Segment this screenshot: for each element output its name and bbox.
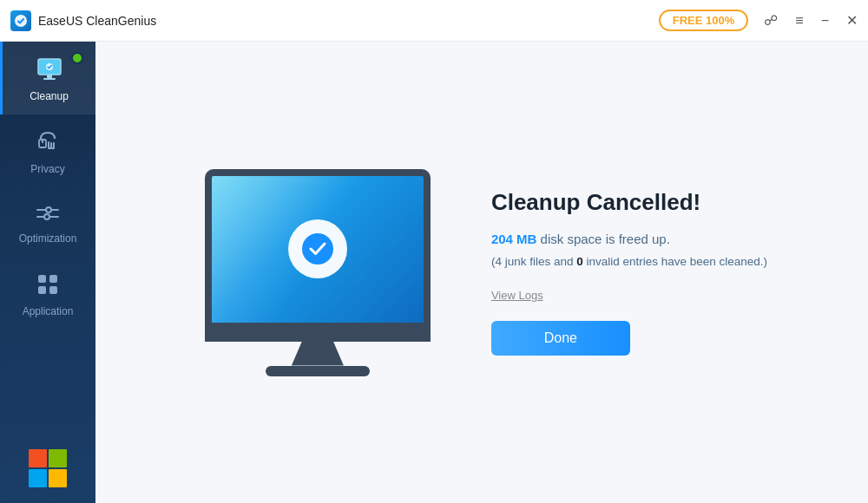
win11-badge[interactable]	[29, 449, 67, 487]
svg-rect-3	[43, 78, 56, 80]
privacy-icon	[36, 130, 59, 158]
done-button[interactable]: Done	[491, 321, 630, 356]
sidebar-label-optimization: Optimization	[19, 232, 77, 245]
free-badge[interactable]: FREE 100%	[659, 10, 749, 31]
svg-rect-10	[48, 147, 55, 149]
svg-rect-7	[48, 141, 49, 148]
title-bar: EaseUS CleanGenius FREE 100% ☍ ≡ − ✕	[0, 0, 868, 42]
svg-rect-9	[53, 142, 55, 148]
svg-rect-17	[38, 275, 46, 283]
monitor-screen	[205, 169, 431, 330]
svg-rect-8	[50, 142, 52, 148]
app-name: EaseUS CleanGenius	[38, 14, 659, 28]
result-text-panel: Cleanup Cancelled! 204 MB disk space is …	[491, 189, 767, 356]
cleanup-icon	[36, 57, 62, 85]
sidebar-item-application[interactable]: Application	[0, 257, 95, 330]
sidebar-label-application: Application	[23, 305, 74, 317]
svg-rect-6	[42, 140, 43, 143]
invalid-count: 0	[576, 255, 583, 268]
result-title: Cleanup Cancelled!	[491, 189, 767, 216]
view-logs-link[interactable]: View Logs	[491, 289, 543, 302]
svg-rect-19	[38, 286, 46, 294]
sidebar-label-cleanup: Cleanup	[30, 90, 69, 102]
result-container: Cleanup Cancelled! 204 MB disk space is …	[196, 169, 767, 376]
monitor-illustration	[196, 169, 439, 376]
svg-point-21	[302, 233, 333, 265]
monitor-base	[266, 366, 370, 376]
optimization-icon	[36, 203, 60, 227]
sidebar-label-privacy: Privacy	[30, 163, 64, 175]
main-content: Cleanup Cancelled! 204 MB disk space is …	[95, 0, 868, 503]
check-circle	[288, 219, 347, 278]
result-sub: (4 junk files and 0 invalid entries have…	[491, 255, 767, 268]
monitor-bezel	[205, 330, 431, 342]
freed-size: 204 MB	[491, 232, 537, 246]
monitor-stand	[292, 342, 344, 366]
sub-suffix: invalid entries have been cleaned.)	[583, 255, 767, 268]
svg-rect-18	[49, 275, 57, 283]
menu-icon[interactable]: ≡	[795, 13, 803, 29]
window-controls: ☍ ≡ − ✕	[764, 12, 858, 29]
minimize-icon[interactable]: −	[821, 13, 829, 29]
app-logo	[10, 10, 31, 31]
result-desc: 204 MB disk space is freed up.	[491, 228, 767, 251]
application-icon	[36, 272, 60, 300]
active-dot	[71, 52, 83, 64]
sidebar-item-cleanup[interactable]: Cleanup	[0, 42, 95, 114]
sidebar: Cleanup Privacy	[0, 0, 95, 503]
sidebar-item-privacy[interactable]: Privacy	[0, 114, 95, 187]
svg-rect-2	[47, 75, 52, 78]
sub-prefix: (4 junk files and	[491, 255, 576, 268]
freed-desc: disk space is freed up.	[536, 232, 669, 246]
svg-rect-20	[49, 286, 57, 294]
sidebar-item-optimization[interactable]: Optimization	[0, 187, 95, 257]
feedback-icon[interactable]: ☍	[764, 12, 778, 29]
close-icon[interactable]: ✕	[846, 12, 858, 29]
